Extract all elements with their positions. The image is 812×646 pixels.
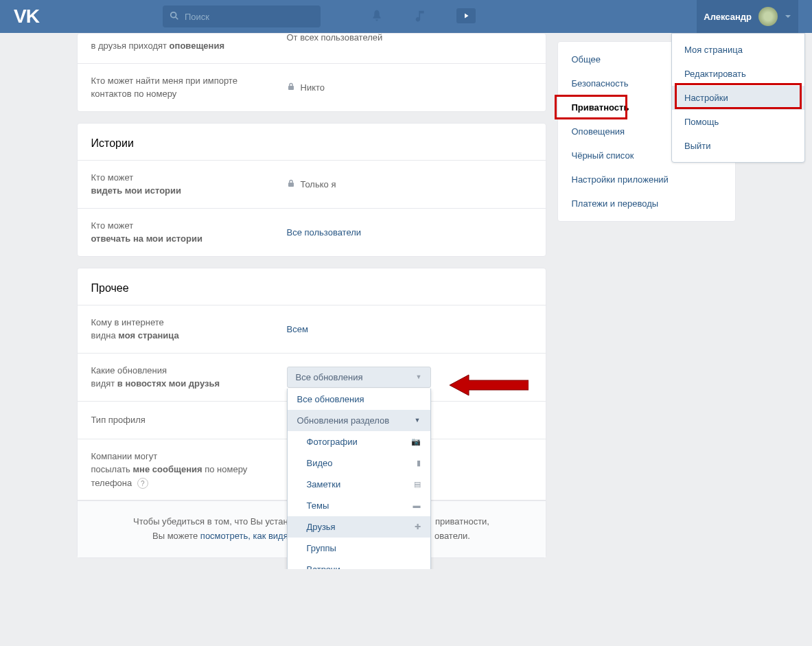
updates-dropdown: Все обновления ▼ Все обновления Обновлен… — [287, 367, 431, 388]
menu-help[interactable]: Помощь — [672, 110, 804, 134]
opt-video[interactable]: Видео ▮ — [288, 452, 430, 474]
lock-icon — [287, 82, 295, 93]
opt-topics[interactable]: Темы ▬ — [288, 495, 430, 516]
svg-point-0 — [171, 12, 176, 17]
setting-value[interactable]: Всем — [287, 324, 308, 334]
plus-icon: ✚ — [415, 522, 421, 531]
setting-label: в друзья приходят оповещения — [91, 39, 287, 53]
chevron-down-icon — [785, 12, 791, 22]
sidebar-item-apps[interactable]: Настройки приложений — [558, 168, 735, 192]
row-see-stories: Кто можетвидеть мои истории Только я — [78, 160, 546, 209]
row-find-by-contacts: Кто может найти меня при импорте контакт… — [78, 64, 546, 111]
setting-value[interactable]: Только я — [287, 179, 336, 189]
chat-icon: ▬ — [413, 501, 421, 509]
music-icon[interactable] — [413, 8, 429, 25]
camera-icon: 📷 — [411, 437, 421, 446]
setting-value[interactable]: От всех пользователей — [287, 32, 383, 43]
help-icon[interactable]: ? — [137, 478, 148, 489]
menu-logout[interactable]: Выйти — [672, 134, 804, 158]
setting-label: Какие обновлениявидят в новостях мои дру… — [91, 364, 287, 391]
opt-groups[interactable]: Группы — [288, 538, 430, 559]
menu-my-page[interactable]: Моя страница — [672, 38, 804, 62]
lock-icon — [287, 179, 295, 189]
search-input[interactable] — [185, 12, 314, 22]
row-page-visibility: Кому в интернетевидна моя страница Всем — [78, 305, 546, 354]
setting-label: Кто можетотвечать на мои истории — [91, 219, 287, 246]
search-icon — [170, 11, 185, 23]
svg-line-1 — [176, 16, 178, 19]
header-icons — [369, 8, 476, 25]
setting-label: Кто можетвидеть мои истории — [91, 171, 287, 198]
card-other: Прочее Кому в интернетевидна моя страниц… — [77, 268, 546, 558]
avatar — [758, 7, 778, 26]
search-box[interactable] — [163, 5, 321, 27]
card-stories: Истории Кто можетвидеть мои истории Толь… — [77, 123, 546, 257]
menu-edit[interactable]: Редактировать — [672, 62, 804, 86]
user-dropdown: Моя страница Редактировать Настройки Пом… — [671, 33, 805, 163]
opt-all-updates[interactable]: Все обновления — [288, 389, 430, 410]
annotation-red-arrow — [450, 372, 529, 398]
section-title-other: Прочее — [78, 268, 546, 305]
row-reply-stories: Кто можетотвечать на мои истории Все пол… — [78, 209, 546, 256]
opt-notes[interactable]: Заметки ▤ — [288, 474, 430, 495]
setting-value[interactable]: Все пользователи — [287, 227, 362, 238]
note-icon: ▤ — [414, 480, 421, 489]
row-friend-notifications: в друзья приходят оповещения От всех пол… — [78, 34, 546, 64]
footer-link[interactable]: посмотреть, как видят — [200, 531, 292, 541]
setting-label: Компании могутпосылать мне сообщения по … — [91, 450, 287, 490]
setting-label: Тип профиля — [91, 413, 287, 427]
updates-dropdown-button[interactable]: Все обновления ▼ — [287, 367, 431, 388]
svg-rect-2 — [288, 86, 294, 90]
card-contact: в друзья приходят оповещения От всех пол… — [77, 33, 546, 112]
setting-label: Кому в интернетевидна моя страница — [91, 316, 287, 343]
vk-logo[interactable]: VK — [14, 5, 39, 27]
menu-settings[interactable]: Настройки — [672, 86, 804, 110]
notifications-icon[interactable] — [369, 8, 385, 25]
opt-section-updates[interactable]: Обновления разделов ▼ — [288, 410, 430, 431]
setting-label: Кто может найти меня при импорте контакт… — [91, 74, 287, 101]
film-icon: ▮ — [417, 459, 421, 468]
updates-dropdown-list: Все обновления Обновления разделов ▼ Фот… — [287, 389, 431, 569]
opt-friends[interactable]: Друзья ✚ — [288, 516, 430, 538]
opt-photos[interactable]: Фотографии 📷 — [288, 431, 430, 452]
username-label: Александр — [704, 12, 752, 22]
chevron-down-icon: ▼ — [416, 373, 422, 380]
sidebar-item-payments[interactable]: Платежи и переводы — [558, 192, 735, 216]
user-menu-toggle[interactable]: Александр — [697, 0, 798, 33]
opt-events[interactable]: Встречи — [288, 559, 430, 569]
setting-value[interactable]: Никто — [287, 82, 325, 93]
chevron-down-icon: ▼ — [415, 417, 421, 424]
top-header: VK Александр Моя страница Редактировать … — [0, 0, 812, 33]
video-icon[interactable] — [456, 8, 476, 23]
section-title-stories: Истории — [78, 124, 546, 160]
svg-marker-4 — [450, 375, 529, 395]
svg-rect-3 — [288, 183, 294, 187]
